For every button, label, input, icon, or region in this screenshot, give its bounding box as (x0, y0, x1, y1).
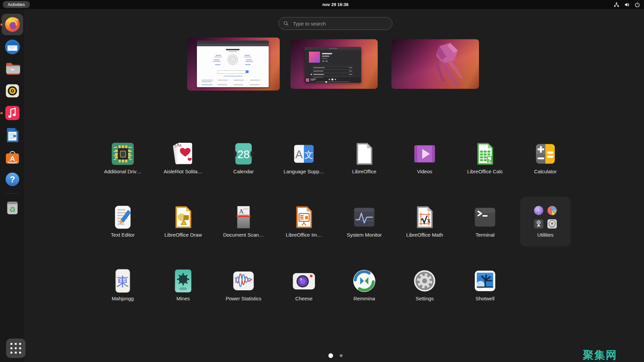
app-system-monitor[interactable]: System Monitor (334, 204, 394, 246)
libreoffice-draw-icon (170, 204, 196, 230)
app-document-scan[interactable]: ADocument Scan… (213, 204, 274, 246)
mines-icon (170, 268, 196, 294)
aisleriot-icon: 58A (170, 141, 196, 167)
show-applications-button[interactable] (6, 339, 25, 358)
libreoffice-icon (351, 141, 377, 167)
dock: A?♻ (0, 9, 25, 362)
search-bar[interactable] (278, 17, 392, 30)
app-language-supp[interactable]: A文Language Supp… (274, 141, 334, 182)
cheese-icon (291, 268, 317, 294)
dock-item-music[interactable] (4, 104, 21, 122)
volume-icon[interactable] (624, 2, 630, 7)
page-dot-2[interactable] (340, 354, 342, 357)
libreoffice-math-icon: x (412, 204, 438, 230)
app-label: LibreOffice Draw (164, 232, 202, 238)
help-icon: ? (4, 171, 21, 188)
app-mahjongg[interactable]: 東Mahjongg (93, 268, 153, 309)
running-indicator (0, 23, 3, 26)
svg-text:A: A (239, 208, 244, 215)
libreoffice-calc-icon (472, 141, 498, 167)
dock-item-writer[interactable] (4, 126, 21, 144)
libreoffice-writer-icon (4, 126, 21, 144)
activities-button[interactable]: Activities (3, 1, 30, 8)
app-label: Shotwell (476, 296, 495, 301)
svg-text:A: A (10, 155, 15, 162)
app-label: Text Editor (111, 232, 135, 238)
dock-item-help[interactable]: ? (4, 171, 21, 188)
app-remmina[interactable]: Remmina (334, 268, 394, 309)
app-settings[interactable]: Settings (394, 268, 455, 309)
app-mines[interactable]: Mines (153, 268, 213, 309)
app-aisleriot-solita[interactable]: 58AAisleRiot Solita… (153, 141, 213, 182)
firefox-window-preview (197, 41, 269, 87)
text-editor-icon (110, 204, 136, 230)
workspace-thumbnail-empty[interactable] (391, 39, 479, 89)
workspace-thumbnail-music[interactable] (290, 39, 378, 89)
dock-item-rhythmbox[interactable] (4, 82, 21, 100)
app-calculator[interactable]: Calculator (515, 141, 576, 182)
app-cheese[interactable]: Cheese (274, 268, 334, 309)
thunderbird-icon (4, 38, 21, 56)
svg-text:A: A (295, 148, 303, 161)
firefox-icon (4, 16, 21, 33)
app-label: Mines (176, 296, 190, 301)
status-area[interactable] (614, 0, 640, 9)
dock-item-software[interactable]: A (4, 148, 21, 166)
gnome-activities-overview: { "topbar": { "activities_label": "Activ… (0, 0, 644, 362)
app-label: Utilities (537, 232, 553, 238)
show-apps-grid-icon (10, 343, 21, 354)
app-libreoffice-math[interactable]: xLibreOffice Math (394, 204, 455, 246)
app-libreoffice[interactable]: LibreOffice (334, 141, 394, 182)
calendar-icon: 28 (230, 141, 257, 167)
app-videos[interactable]: Videos (394, 141, 455, 182)
remmina-icon (351, 268, 377, 294)
svg-text:文: 文 (304, 150, 313, 160)
app-label: Language Supp… (284, 169, 324, 174)
dock-item-trash[interactable]: ♻ (4, 198, 21, 216)
terminal-icon (472, 204, 498, 230)
shotwell-icon (472, 268, 498, 294)
app-label: Document Scan… (223, 232, 264, 238)
videos-icon (412, 141, 438, 167)
power-icon[interactable] (635, 2, 640, 7)
page-indicator (278, 351, 392, 361)
app-libreoffice-calc[interactable]: LibreOffice Calc (455, 141, 515, 182)
app-calendar[interactable]: 28Calendar (213, 141, 274, 182)
calculator-icon (532, 141, 558, 167)
utilities-folder (532, 204, 558, 230)
search-input[interactable] (292, 20, 392, 27)
clock[interactable]: nov 29 16:36 (282, 0, 389, 9)
app-power-statistics[interactable]: Power Statistics (213, 268, 274, 309)
app-libreoffice-im[interactable]: LibreOffice Im… (274, 204, 334, 246)
app-libreoffice-draw[interactable]: LibreOffice Draw (153, 204, 213, 246)
language-support-icon: A文 (291, 141, 317, 167)
app-label: Calendar (233, 169, 254, 174)
network-icon[interactable] (614, 2, 619, 7)
app-label: LibreOffice Im… (286, 232, 322, 238)
rhythmbox-icon (4, 82, 21, 100)
app-folder-utilities[interactable]: Utilities (515, 204, 576, 246)
system-monitor-icon (351, 204, 377, 230)
app-terminal[interactable]: Terminal (455, 204, 515, 246)
settings-icon (412, 268, 438, 294)
music-window-preview (305, 47, 361, 83)
app-label: System Monitor (347, 232, 382, 238)
running-indicator (0, 112, 3, 114)
app-shotwell[interactable]: Shotwell (455, 268, 515, 309)
app-text-editor[interactable]: Text Editor (93, 204, 153, 246)
app-label: Additional Driv… (104, 169, 142, 174)
svg-text:♻: ♻ (9, 205, 16, 214)
workspace-thumbnail-browser[interactable] (187, 38, 280, 90)
app-additional-driv[interactable]: Additional Driv… (93, 141, 153, 182)
page-dot-1-active[interactable] (328, 353, 333, 358)
libreoffice-impress-icon (291, 204, 317, 230)
app-grid-row-1: Additional Driv…58AAisleRiot Solita…28Ca… (93, 141, 576, 182)
dock-item-thunderbird[interactable] (4, 38, 21, 56)
tool-icon (533, 218, 544, 230)
dock-item-files[interactable] (4, 60, 21, 77)
dock-item-firefox[interactable] (4, 16, 21, 33)
app-label: AisleRiot Solita… (164, 169, 203, 174)
jellyfish-graphic (391, 39, 479, 89)
svg-text:x: x (427, 217, 431, 224)
files-icon (4, 60, 21, 77)
